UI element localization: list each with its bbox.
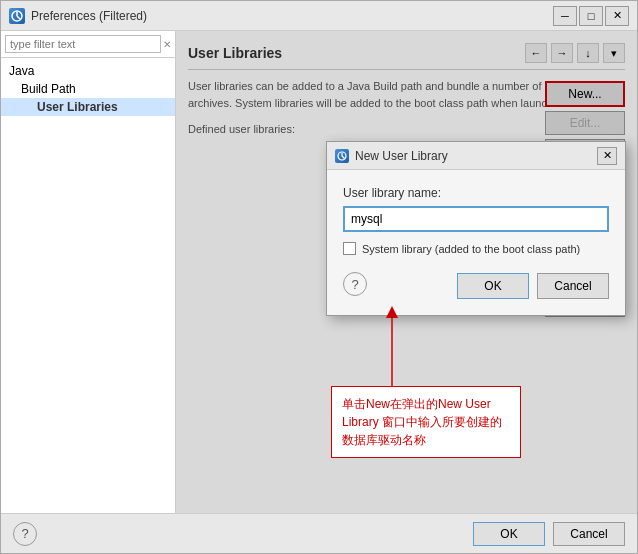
tree-item-java[interactable]: Java (1, 62, 175, 80)
right-panel: User Libraries ← → ↓ ▾ User libraries ca… (176, 31, 637, 513)
checkbox-label: System library (added to the boot class … (362, 243, 580, 255)
help-button[interactable]: ? (13, 522, 37, 546)
system-library-checkbox[interactable] (343, 242, 356, 255)
filter-box: ✕ (1, 31, 175, 58)
callout-arrow (372, 307, 412, 387)
app-icon (9, 8, 25, 24)
dialog-buttons-wrapper: ? OK Cancel (343, 269, 609, 299)
tree-area: Java Build Path User Libraries (1, 58, 175, 513)
callout-annotation: 单击New在弹出的New User Library 窗口中输入所要创建的数据库驱… (331, 386, 521, 458)
checkbox-row: System library (added to the boot class … (343, 242, 609, 255)
dialog-body: User library name: System library (added… (327, 170, 625, 315)
filter-clear-icon[interactable]: ✕ (163, 39, 171, 50)
library-name-input[interactable] (343, 206, 609, 232)
dialog-close-button[interactable]: ✕ (597, 147, 617, 165)
cancel-button[interactable]: Cancel (553, 522, 625, 546)
dialog-buttons: OK Cancel (457, 273, 609, 299)
dialog-title: New User Library (355, 149, 597, 163)
tree-item-userlibraries[interactable]: User Libraries (1, 98, 175, 116)
filter-input[interactable] (5, 35, 161, 53)
maximize-button[interactable]: □ (579, 6, 603, 26)
bottom-bar: ? OK Cancel (1, 513, 637, 553)
svg-line-2 (17, 16, 20, 19)
title-bar: Preferences (Filtered) ─ □ ✕ (1, 1, 637, 31)
window-close-button[interactable]: ✕ (605, 6, 629, 26)
left-panel: ✕ Java Build Path User Libraries (1, 31, 176, 513)
content-area: ✕ Java Build Path User Libraries User Li… (1, 31, 637, 513)
dialog-titlebar: New User Library ✕ (327, 142, 625, 170)
dialog-cancel-button[interactable]: Cancel (537, 273, 609, 299)
minimize-button[interactable]: ─ (553, 6, 577, 26)
svg-line-5 (342, 156, 345, 159)
name-label: User library name: (343, 186, 609, 200)
dialog-ok-button[interactable]: OK (457, 273, 529, 299)
tree-item-buildpath[interactable]: Build Path (1, 80, 175, 98)
main-window: Preferences (Filtered) ─ □ ✕ ✕ Java Buil… (0, 0, 638, 554)
dialog-icon (335, 149, 349, 163)
dialog-help-button[interactable]: ? (343, 272, 367, 296)
new-user-library-dialog: New User Library ✕ User library name: Sy… (326, 141, 626, 316)
callout-text: 单击New在弹出的New User Library 窗口中输入所要创建的数据库驱… (342, 397, 502, 447)
window-title: Preferences (Filtered) (31, 9, 553, 23)
window-controls: ─ □ ✕ (553, 6, 629, 26)
ok-button[interactable]: OK (473, 522, 545, 546)
